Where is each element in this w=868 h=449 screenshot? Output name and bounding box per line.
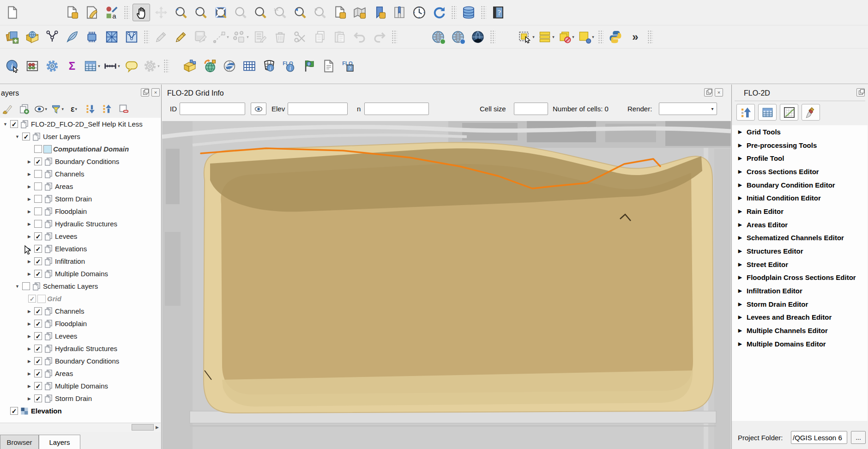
open-attribute-table-dropdown[interactable]: ▾ <box>98 64 100 68</box>
expander-arrow-icon[interactable]: ▶ <box>26 384 33 388</box>
layer-checkbox[interactable]: ✓ <box>34 232 42 240</box>
id-input[interactable] <box>180 103 245 115</box>
layer-row[interactable]: ▶✓Areas <box>0 367 161 380</box>
layer-checkbox[interactable]: ✓ <box>34 332 42 340</box>
layer-checkbox[interactable] <box>22 282 30 290</box>
layer-row[interactable]: ▶✓Floodplain <box>0 317 161 330</box>
flo2d-tool-item[interactable]: ▶Pre-processing Tools <box>732 139 868 152</box>
remove-layer[interactable] <box>117 103 130 115</box>
eye-toggle-button[interactable] <box>251 103 266 115</box>
flo2d-tool-item[interactable]: ▶Rain Editor <box>732 205 868 218</box>
profile-plot[interactable] <box>780 104 798 121</box>
new-print-layout[interactable] <box>63 4 81 21</box>
expander-arrow-icon[interactable]: ▶ <box>26 359 33 364</box>
pan-to-selection[interactable] <box>152 4 170 21</box>
processing-toolbox[interactable] <box>43 57 61 75</box>
measure-line[interactable]: ▾ <box>103 57 121 75</box>
modify-attributes[interactable] <box>252 28 269 46</box>
flo2d-tool-item[interactable]: ▶Storm Drain Editor <box>732 297 868 311</box>
help-contents[interactable] <box>489 4 507 21</box>
elev-input[interactable] <box>288 103 348 115</box>
expand-all[interactable] <box>84 103 97 115</box>
expander-arrow-icon[interactable]: ▶ <box>735 301 745 307</box>
layer-row[interactable]: ▶Floodplain <box>0 205 161 218</box>
layer-row[interactable]: ▶✓Boundary Conditions <box>0 155 161 168</box>
flo2d-tool-item[interactable]: ▶Cross Sections Editor <box>732 165 868 178</box>
select-by-value-dropdown[interactable]: ▾ <box>552 35 555 39</box>
layer-row[interactable]: ▶✓Storm Drain <box>0 392 161 405</box>
flo2d-settings[interactable] <box>181 57 199 75</box>
flo2d-tool-item[interactable]: ▶Schematized Channels Editor <box>732 231 868 245</box>
expander-arrow-icon[interactable]: ▶ <box>735 155 745 161</box>
flo2d-grid-info-tool[interactable] <box>260 57 278 75</box>
metasearch-add-service[interactable] <box>429 28 447 46</box>
expander-arrow-icon[interactable]: ▶ <box>735 195 745 201</box>
expander-arrow-icon[interactable]: ▶ <box>735 208 745 214</box>
expander-arrow-icon[interactable]: ▶ <box>735 288 745 294</box>
expander-arrow-icon[interactable]: ▶ <box>735 129 745 135</box>
expander-arrow-icon[interactable]: ▶ <box>26 259 33 264</box>
db-manager[interactable] <box>460 4 477 21</box>
flo2d-import-gds[interactable] <box>201 57 218 75</box>
show-statistics[interactable]: Σ <box>63 57 81 75</box>
zoom-full[interactable] <box>212 4 229 21</box>
add-line-feature[interactable]: ▾ <box>212 28 229 46</box>
tab-layers[interactable]: Layers <box>39 435 80 449</box>
expander-arrow-icon[interactable]: ▶ <box>26 184 33 189</box>
flo2d-import-components[interactable] <box>221 57 238 75</box>
flo2d-tool-item[interactable]: ▶Grid Tools <box>732 125 868 139</box>
layer-row[interactable]: Computational Domain <box>0 143 161 155</box>
layer-row[interactable]: ▶✓Levees <box>0 230 161 243</box>
layer-checkbox[interactable] <box>34 220 42 228</box>
expander-arrow-icon[interactable]: ▶ <box>26 222 33 226</box>
locator-search-dropdown[interactable]: ▾ <box>157 64 160 68</box>
layer-checkbox[interactable] <box>34 182 42 190</box>
zoom-native[interactable]: 1:1 <box>271 4 289 21</box>
layer-checkbox[interactable] <box>34 145 42 153</box>
current-edits[interactable] <box>152 28 170 46</box>
open-project[interactable] <box>24 4 41 21</box>
flo2d-tool-item[interactable]: ▶Infiltration Editor <box>732 284 868 297</box>
layer-row[interactable]: ▶Channels <box>0 168 161 180</box>
flo2d-tool-item[interactable]: ▶Floodplain Cross Sections Editor <box>732 271 868 285</box>
pan-map[interactable] <box>133 4 150 21</box>
expander-arrow-icon[interactable]: ▶ <box>26 159 33 164</box>
select-features[interactable]: ▾ <box>518 28 535 46</box>
flo2d-tool-item[interactable]: ▶Street Editor <box>732 258 868 271</box>
grid-info-close-button[interactable]: × <box>715 88 723 97</box>
statistical-summary[interactable] <box>24 57 41 75</box>
browse-button[interactable]: ... <box>851 431 866 444</box>
expander-arrow-icon[interactable]: ▶ <box>735 248 745 254</box>
layer-checkbox[interactable]: ✓ <box>34 382 42 390</box>
expander-arrow-icon[interactable]: ▶ <box>26 346 33 351</box>
expander-arrow-icon[interactable]: ▶ <box>26 322 33 326</box>
layer-checkbox[interactable]: ✓ <box>10 120 18 128</box>
collapse-all[interactable] <box>101 103 114 115</box>
layer-checkbox[interactable]: ✓ <box>34 257 42 265</box>
layer-checkbox[interactable]: ✓ <box>10 407 18 415</box>
zoom-to-layer[interactable] <box>252 4 269 21</box>
render-combobox[interactable]: ▾ <box>659 103 717 115</box>
expander-arrow-icon[interactable]: ▶ <box>735 261 745 267</box>
layer-checkbox[interactable] <box>34 170 42 178</box>
flo2d-panel-float-button[interactable] <box>856 88 865 97</box>
select-by-value[interactable]: ▾ <box>537 28 555 46</box>
select-by-expression[interactable]: ▾ <box>577 28 595 46</box>
flo2d-tool-item[interactable]: ▶Areas Editor <box>732 218 868 231</box>
layer-row[interactable]: ✓Grid <box>0 292 161 305</box>
layer-row[interactable]: ▼✓User Layers <box>0 130 161 143</box>
new-mesh-layer[interactable] <box>103 28 121 46</box>
new-shapefile-layer[interactable] <box>43 28 61 46</box>
project-folder-input[interactable] <box>791 431 847 444</box>
new-virtual-layer[interactable] <box>123 28 140 46</box>
expander-arrow-icon[interactable]: ▶ <box>26 272 33 276</box>
save-project[interactable] <box>43 4 61 21</box>
refresh-map[interactable] <box>430 4 448 21</box>
flo2d-run[interactable] <box>300 57 318 75</box>
expander-arrow-icon[interactable]: ▶ <box>735 222 745 228</box>
layer-checkbox[interactable]: ✓ <box>34 307 42 315</box>
layer-checkbox[interactable] <box>34 195 42 203</box>
map-canvas[interactable] <box>162 121 731 449</box>
clean-schematic[interactable] <box>802 104 820 121</box>
layer-checkbox[interactable]: ✓ <box>22 133 30 140</box>
